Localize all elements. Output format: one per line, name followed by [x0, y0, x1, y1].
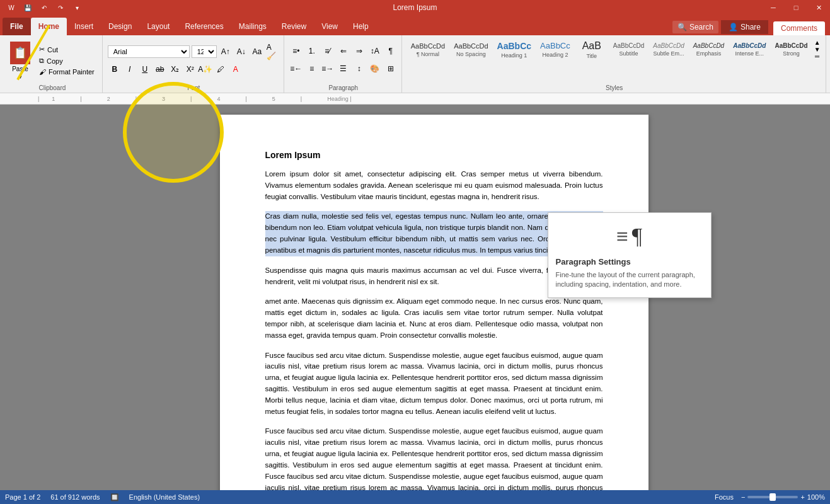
style-heading2[interactable]: AaBbCc Heading 2 [536, 40, 574, 59]
focus-button[interactable]: Focus [715, 493, 734, 501]
line-spacing-button[interactable]: ↕ [352, 62, 366, 76]
align-center-button[interactable]: ≡ [305, 62, 319, 76]
show-formatting-button[interactable]: ¶ [384, 44, 398, 58]
decrease-indent-button[interactable]: ⇐ [337, 44, 350, 58]
format-painter-icon: 🖌 [39, 68, 46, 76]
minimize-button[interactable]: ─ [762, 0, 785, 15]
format-painter-button[interactable]: 🖌 Format Painter [35, 67, 98, 77]
search-icon: 🔍 [677, 23, 687, 32]
comments-button[interactable]: Comments [773, 21, 825, 35]
subscript-button[interactable]: X₂ [168, 62, 182, 76]
search-box[interactable]: 🔍 Search [672, 21, 718, 33]
clipboard-label: Clipboard [38, 83, 66, 91]
style-heading1[interactable]: AaBbCc Heading 1 [493, 40, 535, 60]
restore-button[interactable]: □ [785, 0, 807, 15]
italic-button[interactable]: I [123, 62, 137, 76]
styles-group: AaBbCcDd ¶ Normal AaBbCcDd No Spacing Aa… [403, 35, 826, 93]
redo-button[interactable]: ↷ [54, 1, 67, 14]
sort-button[interactable]: ↕A [368, 44, 382, 58]
language: English (United States) [129, 493, 200, 501]
style-subtle-emphasis[interactable]: AaBbCcDd Subtle Em... [649, 41, 688, 58]
font-name-select[interactable]: Arial [108, 45, 190, 58]
font-group: Arial 12 A↑ A↓ Aa A🧹 B I U ab X₂ X² A✨ 🖊… [104, 35, 284, 93]
clipboard-group: 📋 Paste ▾ ✂ Cut ⧉ Copy 🖌 Format Painter [3, 35, 103, 93]
text-effects-button[interactable]: A✨ [199, 62, 212, 76]
style-normal[interactable]: AaBbCcDd ¶ Normal [407, 41, 449, 59]
bold-button[interactable]: B [108, 62, 122, 76]
font-color-button[interactable]: A [229, 62, 243, 76]
page-count: Page 1 of 2 [5, 493, 40, 501]
clipboard-small-buttons: ✂ Cut ⧉ Copy 🖌 Format Painter [35, 44, 98, 77]
text-highlight-button[interactable]: 🖊 [214, 62, 228, 76]
style-title[interactable]: AaB Title [575, 39, 608, 60]
align-left-button[interactable]: ≡← [289, 62, 303, 76]
document-area: Lorem Ipsum Lorem ipsum dolor sit amet, … [0, 105, 830, 490]
style-no-spacing[interactable]: AaBbCcDd No Spacing [450, 41, 492, 59]
style-subtitle[interactable]: AaBbCcDd Subtitle [609, 41, 648, 58]
tooltip-description: Fine-tune the layout of the current para… [556, 270, 703, 290]
shrink-font-button[interactable]: A↓ [234, 45, 248, 59]
tab-references[interactable]: References [177, 18, 231, 35]
undo-button[interactable]: ↶ [38, 1, 50, 14]
bullets-button[interactable]: ≡• [289, 44, 303, 58]
change-case-button[interactable]: Aa [250, 45, 264, 59]
superscript-button[interactable]: X² [183, 62, 197, 76]
copy-button[interactable]: ⧉ Copy [35, 55, 98, 66]
justify-button[interactable]: ☰ [337, 62, 350, 76]
paragraph-1[interactable]: Lorem ipsum dolor sit amet, consectetur … [265, 169, 603, 202]
tab-home[interactable]: Home [31, 18, 67, 35]
zoom-out-button[interactable]: − [741, 493, 745, 501]
font-size-select[interactable]: 12 [192, 45, 217, 58]
save-button[interactable]: 💾 [21, 1, 34, 14]
grow-font-button[interactable]: A↑ [219, 45, 233, 59]
styles-gallery: AaBbCcDd ¶ Normal AaBbCcDd No Spacing Aa… [407, 38, 822, 61]
paragraph-4[interactable]: amet ante. Maecenas quis dignissim ex. A… [265, 296, 603, 341]
style-strong[interactable]: AaBbCcDd Strong [771, 41, 811, 58]
tooltip-title: Paragraph Settings [556, 257, 703, 266]
tab-review[interactable]: Review [274, 18, 314, 35]
share-button[interactable]: 👤 Share [721, 20, 768, 34]
underline-button[interactable]: U [138, 62, 152, 76]
style-intense-emphasis[interactable]: AaBbCcDd Intense E... [729, 41, 769, 58]
paste-button[interactable]: 📋 Paste ▾ [6, 39, 34, 83]
zoom-in-button[interactable]: + [800, 493, 804, 501]
border-button[interactable]: ⊞ [384, 62, 398, 76]
tab-mailings[interactable]: Mailings [231, 18, 274, 35]
cut-button[interactable]: ✂ Cut [35, 44, 98, 55]
ruler: | 1 | 2 | 3 | 4 | 5 | Heading | [0, 93, 830, 105]
paragraph-symbol-icon: ≡ ¶ [616, 223, 642, 249]
tooltip-icon-area: ≡ ¶ [556, 220, 703, 252]
tab-insert[interactable]: Insert [67, 18, 101, 35]
increase-indent-button[interactable]: ⇒ [352, 44, 366, 58]
tab-view[interactable]: View [314, 18, 345, 35]
clear-formatting-button[interactable]: A🧹 [266, 45, 280, 59]
shading-button[interactable]: 🎨 [368, 62, 382, 76]
paragraph-6[interactable]: Fusce faucibus sed arcu vitae dictum. Su… [265, 426, 603, 490]
paste-icon: 📋 [10, 42, 30, 64]
numbering-button[interactable]: 1. [305, 44, 319, 58]
document-page[interactable]: Lorem Ipsum Lorem ipsum dolor sit amet, … [220, 115, 648, 490]
zoom-slider[interactable] [747, 496, 798, 498]
style-emphasis[interactable]: AaBbCcDd Emphasis [689, 41, 728, 58]
font-label: Font [187, 83, 200, 91]
multilevel-list-button[interactable]: ≡⁄ [321, 44, 335, 58]
align-right-button[interactable]: ≡→ [321, 62, 335, 76]
paragraph-5[interactable]: Fusce faucibus sed arcu vitae dictum. Su… [265, 350, 603, 418]
styles-expand-button[interactable]: ▲ ▼ ═ [813, 38, 822, 61]
customize-button[interactable]: ▾ [71, 1, 83, 14]
ruler-marks: | 1 | 2 | 3 | 4 | 5 | Heading | [38, 96, 830, 102]
zoom-bar: − + 100% [741, 493, 825, 501]
close-button[interactable]: ✕ [807, 0, 830, 15]
zoom-level: 100% [807, 493, 825, 501]
strikethrough-button[interactable]: ab [153, 62, 167, 76]
tab-file[interactable]: File [3, 18, 31, 35]
status-bar: Page 1 of 2 61 of 912 words 🔲 English (U… [0, 490, 830, 504]
tab-help[interactable]: Help [345, 18, 376, 35]
word-icon[interactable]: W [5, 1, 18, 14]
clipboard-content: 📋 Paste ▾ ✂ Cut ⧉ Copy 🖌 Format Painter [6, 38, 98, 83]
tab-layout[interactable]: Layout [139, 18, 177, 35]
zoom-handle [769, 493, 776, 501]
ribbon-body: 📋 Paste ▾ ✂ Cut ⧉ Copy 🖌 Format Painter [0, 35, 830, 93]
title-bar: W 💾 ↶ ↷ ▾ Lorem Ipsum ─ □ ✕ [0, 0, 830, 15]
tab-design[interactable]: Design [101, 18, 139, 35]
